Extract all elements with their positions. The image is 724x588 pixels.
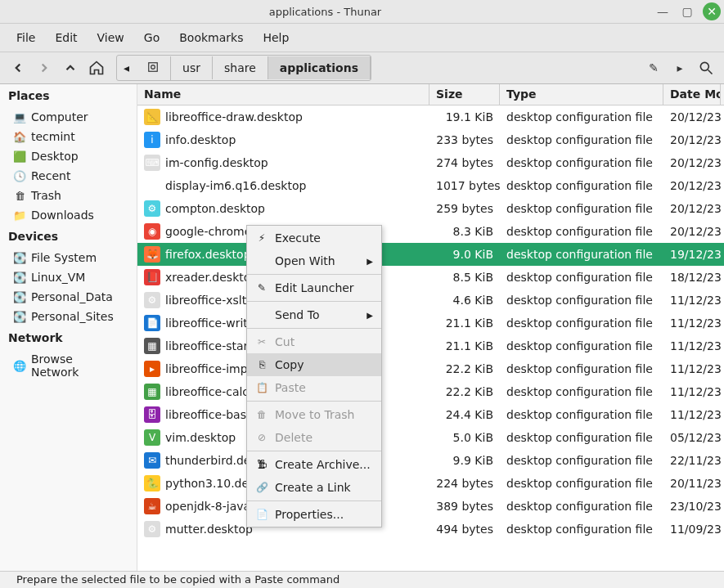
file-icon: ▸ (144, 361, 160, 377)
forward-button[interactable] (33, 56, 56, 79)
context-item[interactable]: ✎Edit Launcher (247, 276, 381, 299)
file-size: 8.5 KiB (429, 271, 500, 284)
table-row[interactable]: Vvim.desktop 5.0 KiB desktop configurati… (137, 426, 724, 449)
context-item[interactable]: Send To▶ (247, 303, 381, 326)
table-row[interactable]: ▸libreoffice-impress.desktop 22.2 KiB de… (137, 357, 724, 380)
context-separator (247, 274, 381, 275)
file-name: vim.desktop (165, 431, 236, 444)
context-icon: ⊘ (255, 432, 268, 443)
sidebar-item[interactable]: 🏠tecmint (0, 127, 137, 146)
file-date: 11/12/23 (663, 294, 721, 307)
path-prev-button[interactable]: ◂ (117, 56, 136, 79)
sidebar-item[interactable]: 🌐Browse Network (0, 349, 137, 382)
table-row[interactable]: ○display-im6.q16.desktop 1017 bytes desk… (137, 174, 724, 197)
file-type: desktop configuration file (500, 362, 663, 375)
table-row[interactable]: ⌨im-config.desktop 274 bytes desktop con… (137, 151, 724, 174)
table-row[interactable]: 🦊firefox.desktop 9.0 KiB desktop configu… (137, 243, 724, 266)
table-row[interactable]: ☕openjdk-8-java.desktop 389 bytes deskto… (137, 495, 724, 518)
sidebar-item[interactable]: 💽Linux_VM (0, 267, 137, 287)
sidebar-item[interactable]: 💽File System (0, 248, 137, 267)
file-size: 4.6 KiB (429, 294, 500, 307)
sidebar-item-label: Trash (31, 189, 61, 202)
file-type: desktop configuration file (500, 225, 663, 238)
table-row[interactable]: 🐍python3.10.desktop 224 bytes desktop co… (137, 472, 724, 495)
sidebar-item[interactable]: 🟩Desktop (0, 146, 137, 166)
col-date[interactable]: Date Modified (663, 84, 721, 105)
table-row[interactable]: 📄libreoffice-writer.desktop 21.1 KiB des… (137, 312, 724, 334)
file-icon: 📕 (144, 269, 160, 285)
sidebar-icon: 💽 (13, 290, 26, 303)
window-title: applications - Thunar (0, 6, 650, 18)
table-row[interactable]: ✉thunderbird.desktop 9.9 KiB desktop con… (137, 449, 724, 472)
file-size: 19.1 KiB (429, 110, 500, 123)
up-button[interactable] (59, 56, 82, 79)
context-item[interactable]: 📄Properties... (247, 503, 381, 526)
file-icon: ◉ (144, 223, 160, 240)
table-row[interactable]: iinfo.desktop 233 bytes desktop configur… (137, 128, 724, 151)
file-type: desktop configuration file (500, 294, 663, 307)
statusbar: Prepare the selected file to be copied w… (0, 571, 724, 588)
menu-go[interactable]: Go (136, 26, 168, 49)
context-label: Delete (275, 431, 313, 444)
file-list: Name Size Type Date Modified 📐libreoffic… (137, 84, 724, 571)
file-date: 20/12/23 (663, 202, 721, 215)
menu-view[interactable]: View (89, 26, 133, 49)
sidebar-item[interactable]: 💽Personal_Sites (0, 307, 137, 326)
table-row[interactable]: ▦libreoffice-calc.desktop 22.2 KiB deskt… (137, 380, 724, 403)
file-size: 389 bytes (429, 500, 500, 513)
col-name[interactable]: Name (137, 84, 429, 105)
file-icon: ✉ (144, 452, 160, 469)
path-seg-share[interactable]: share (213, 56, 268, 79)
path-seg-usr[interactable]: usr (171, 56, 213, 79)
sidebar-icon: 🏠 (13, 130, 26, 143)
table-row[interactable]: 🗄libreoffice-base.desktop 24.4 KiB deskt… (137, 403, 724, 426)
menu-bookmarks[interactable]: Bookmarks (171, 26, 251, 49)
home-button[interactable] (85, 56, 108, 79)
back-button[interactable] (7, 56, 29, 79)
sidebar-icon: 🕓 (13, 169, 26, 182)
file-size: 9.0 KiB (429, 248, 500, 261)
context-item[interactable]: 🔗Create a Link (247, 476, 381, 499)
sidebar-item[interactable]: 🕓Recent (0, 166, 137, 186)
table-row[interactable]: 📐libreoffice-draw.desktop 19.1 KiB deskt… (137, 105, 724, 128)
table-row[interactable]: ⚙compton.desktop 259 bytes desktop confi… (137, 197, 724, 220)
col-size[interactable]: Size (429, 84, 500, 105)
table-row[interactable]: 📕xreader.desktop 8.5 KiB desktop configu… (137, 266, 724, 289)
sidebar: Places 💻Computer🏠tecmint🟩Desktop🕓Recent🗑… (0, 84, 137, 571)
context-item[interactable]: ⎘Copy (247, 353, 381, 376)
context-item[interactable]: ⚡Execute (247, 227, 381, 249)
minimize-button[interactable]: — (654, 2, 672, 20)
close-button[interactable]: ✕ (703, 2, 721, 20)
context-item: ⊘Delete (247, 426, 381, 449)
context-item[interactable]: Open With▶ (247, 249, 381, 272)
path-seg-applications[interactable]: applications (268, 56, 371, 79)
sidebar-item[interactable]: 📁Downloads (0, 205, 137, 225)
file-size: 224 bytes (429, 477, 500, 490)
sidebar-item[interactable]: 💽Personal_Data (0, 287, 137, 307)
table-row[interactable]: ▦libreoffice-startcenter.desktop 21.1 Ki… (137, 334, 724, 357)
table-row[interactable]: ⚙libreoffice-xslt-editor.desktop 4.6 KiB… (137, 289, 724, 312)
file-date: 20/12/23 (663, 110, 721, 123)
maximize-button[interactable]: ▢ (678, 2, 696, 20)
context-separator (247, 301, 381, 302)
path-next-button[interactable]: ▸ (668, 56, 691, 79)
menu-edit[interactable]: Edit (47, 26, 85, 49)
menu-help[interactable]: Help (254, 26, 297, 49)
file-icon: ○ (144, 177, 160, 194)
table-row[interactable]: ◉google-chrome.desktop 8.3 KiB desktop c… (137, 220, 724, 243)
col-type[interactable]: Type (500, 84, 663, 105)
search-button[interactable] (695, 56, 717, 79)
svg-point-2 (700, 62, 708, 70)
menu-file[interactable]: File (8, 26, 43, 49)
context-label: Send To (275, 308, 319, 321)
sidebar-item[interactable]: 💻Computer (0, 107, 137, 127)
file-size: 8.3 KiB (429, 225, 500, 238)
edit-path-button[interactable]: ✎ (642, 56, 665, 79)
file-icon: V (144, 429, 160, 446)
file-type: desktop configuration file (500, 110, 663, 123)
context-item[interactable]: 🗜Create Archive... (247, 453, 381, 476)
sidebar-item[interactable]: 🗑Trash (0, 186, 137, 205)
table-row[interactable]: ⚙mutter.desktop 494 bytes desktop config… (137, 518, 724, 541)
file-date: 05/12/23 (663, 431, 721, 444)
path-root[interactable] (136, 56, 171, 80)
